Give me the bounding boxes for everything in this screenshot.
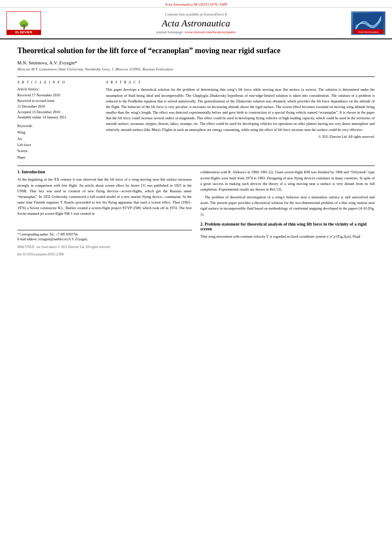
article-title: Theoretical solution for the lift force … [17, 46, 375, 56]
intro-para-1: At the beginning of the XX century it wa… [17, 177, 192, 217]
body-right-column: collaboration with R. Alekseev in 1960–1… [201, 169, 375, 256]
authors: M.N. Smirnova, A.V. Zvyagin* [17, 60, 375, 65]
journal-header: 🌳 ELSEVIER Contents lists available at S… [0, 8, 392, 39]
article-info-label: A R T I C L E I N F O [17, 80, 97, 84]
abstract-column: A B S T R A C T This paper develops a th… [106, 80, 375, 160]
intro-right-para-2: The problem of theoretical investigation… [201, 194, 375, 217]
footnote-email: E-mail address: zvyaguin@rambler.ru (A.V… [17, 237, 192, 242]
footnote-area: * Corresponding author. Tel.: +7 495 939… [17, 230, 192, 257]
section2-para-1: Thin wing movement with constant velocit… [201, 234, 375, 239]
article-info-column: A R T I C L E I N F O Article history: R… [17, 80, 97, 160]
affiliation: Moscow M.V. Lomonosov State University, … [17, 67, 375, 71]
journal-title: Acta Astronautica [45, 18, 347, 29]
keyword-5: Plane [17, 154, 97, 160]
section2-heading: 2. Problem statement for theoretical ana… [201, 222, 375, 231]
svg-text:Acta Astronautica: Acta Astronautica [358, 31, 379, 33]
elsevier-label: ELSEVIER [7, 30, 41, 35]
top-banner: Acta Astronautica 68 (2011) 1676–1680 [0, 0, 392, 8]
section2-text: Thin wing movement with constant velocit… [201, 234, 375, 239]
history-item-1: Received 17 November 2010 [17, 92, 97, 98]
homepage-link[interactable]: www.elsevier.com/locate/actaastro [185, 30, 236, 34]
elsevier-tree-icon: 🌳 [19, 20, 29, 29]
article-history-label: Article history: [17, 87, 97, 91]
footnote-asterisk: * Corresponding author. Tel.: +7 495 939… [17, 232, 192, 237]
journal-citation-link[interactable]: Acta Astronautica 68 (2011) 1676–1680 [165, 2, 227, 6]
intro-right-para-1: collaboration with R. Alekseev in 1960–1… [201, 169, 375, 192]
intro-heading: 1. Introduction [17, 169, 192, 174]
journal-center-info: Contents lists available at ScienceDirec… [45, 12, 347, 34]
intro-right-text: collaboration with R. Alekseev in 1960–1… [201, 169, 375, 217]
footer-rights: 0094-5765/$ - see front matter © 2011 El… [17, 245, 192, 249]
body-left-column: 1. Introduction At the beginning of the … [17, 169, 192, 256]
info-abstract-section: A R T I C L E I N F O Article history: R… [17, 80, 375, 160]
body-divider [17, 166, 375, 166]
journal-cover-image: Acta Astronautica [351, 11, 386, 35]
sciencedirect-link[interactable]: # [225, 12, 227, 16]
elsevier-logo: 🌳 ELSEVIER [6, 11, 45, 35]
footer-doi: doi:10.1016/j.actaastro.2010.12.006 [17, 252, 192, 256]
intro-left-text: At the beginning of the XX century it wa… [17, 177, 192, 217]
keyword-2: Air [17, 136, 97, 142]
abstract-text: This paper develops a theoretical soluti… [106, 87, 375, 132]
right-logo-area: Acta Astronautica [347, 11, 386, 35]
keyword-3: Lift force [17, 142, 97, 148]
history-item-5: Available online 14 January 2011 [17, 115, 97, 120]
contents-available-line: Contents lists available at ScienceDirec… [45, 12, 347, 16]
copyright-line: © 2011 Elsevier Ltd. All rights reserved… [106, 135, 375, 139]
author-names: M.N. Smirnova, A.V. Zvyagin* [17, 60, 77, 65]
history-item-2: Received in revised form [17, 98, 97, 104]
history-item-4: Accepted 15 December 2010 [17, 109, 97, 115]
main-content: Theoretical solution for the lift force … [0, 39, 392, 263]
keyword-4: Screen [17, 148, 97, 154]
header-divider [17, 76, 375, 77]
abstract-label: A B S T R A C T [106, 80, 375, 84]
keyword-1: Wing [17, 129, 97, 135]
body-section: 1. Introduction At the beginning of the … [17, 169, 375, 256]
homepage-line: journal homepage: www.elsevier.com/locat… [45, 30, 347, 34]
keywords-label: Keywords: [17, 124, 97, 128]
history-item-3: 11 December 2010 [17, 104, 97, 109]
